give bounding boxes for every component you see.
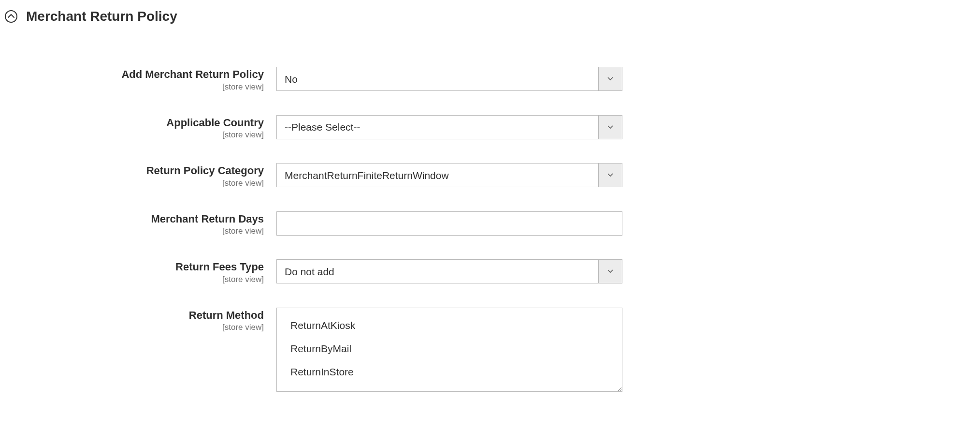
select-wrap: Do not add: [276, 259, 622, 283]
return-method-option[interactable]: ReturnByMail: [290, 340, 608, 357]
select-wrap: MerchantReturnFiniteReturnWindow: [276, 163, 622, 187]
scope-label: [store view]: [10, 275, 264, 284]
control-col: ReturnAtKiosk ReturnByMail ReturnInStore: [276, 308, 622, 392]
row-applicable-country: Applicable Country [store view] --Please…: [10, 115, 975, 140]
label-col: Merchant Return Days [store view]: [10, 211, 276, 237]
section-header[interactable]: Merchant Return Policy: [5, 5, 975, 33]
section-title: Merchant Return Policy: [26, 9, 177, 24]
label-col: Applicable Country [store view]: [10, 115, 276, 140]
select-wrap: --Please Select--: [276, 115, 622, 139]
field-label: Return Method: [10, 309, 264, 322]
select-wrap: No: [276, 67, 622, 91]
applicable-country-select[interactable]: --Please Select--: [276, 115, 622, 139]
return-policy-category-select[interactable]: MerchantReturnFiniteReturnWindow: [276, 163, 622, 187]
collapse-up-icon: [5, 10, 17, 23]
row-merchant-return-days: Merchant Return Days [store view]: [10, 211, 975, 237]
control-col: MerchantReturnFiniteReturnWindow: [276, 163, 622, 187]
control-col: --Please Select--: [276, 115, 622, 139]
scope-label: [store view]: [10, 226, 264, 236]
control-col: Do not add: [276, 259, 622, 283]
control-col: [276, 211, 622, 236]
merchant-return-days-input[interactable]: [276, 211, 622, 236]
return-fees-type-select[interactable]: Do not add: [276, 259, 622, 283]
row-return-fees-type: Return Fees Type [store view] Do not add: [10, 259, 975, 284]
scope-label: [store view]: [10, 82, 264, 92]
field-label: Merchant Return Days: [10, 212, 264, 226]
label-col: Return Method [store view]: [10, 308, 276, 333]
label-col: Return Policy Category [store view]: [10, 163, 276, 188]
field-label: Add Merchant Return Policy: [10, 68, 264, 81]
label-col: Add Merchant Return Policy [store view]: [10, 67, 276, 92]
form-body: Add Merchant Return Policy [store view] …: [5, 33, 975, 392]
add-merchant-return-policy-select[interactable]: No: [276, 67, 622, 91]
control-col: No: [276, 67, 622, 91]
scope-label: [store view]: [10, 178, 264, 188]
field-label: Return Fees Type: [10, 260, 264, 274]
scope-label: [store view]: [10, 323, 264, 332]
return-method-option[interactable]: ReturnAtKiosk: [290, 317, 608, 334]
row-return-policy-category: Return Policy Category [store view] Merc…: [10, 163, 975, 188]
field-label: Applicable Country: [10, 116, 264, 130]
row-return-method: Return Method [store view] ReturnAtKiosk…: [10, 308, 975, 392]
scope-label: [store view]: [10, 130, 264, 140]
field-label: Return Policy Category: [10, 164, 264, 178]
label-col: Return Fees Type [store view]: [10, 259, 276, 284]
return-method-multiselect[interactable]: ReturnAtKiosk ReturnByMail ReturnInStore: [276, 308, 622, 392]
return-method-option[interactable]: ReturnInStore: [290, 363, 608, 381]
row-add-merchant-return-policy: Add Merchant Return Policy [store view] …: [10, 67, 975, 92]
